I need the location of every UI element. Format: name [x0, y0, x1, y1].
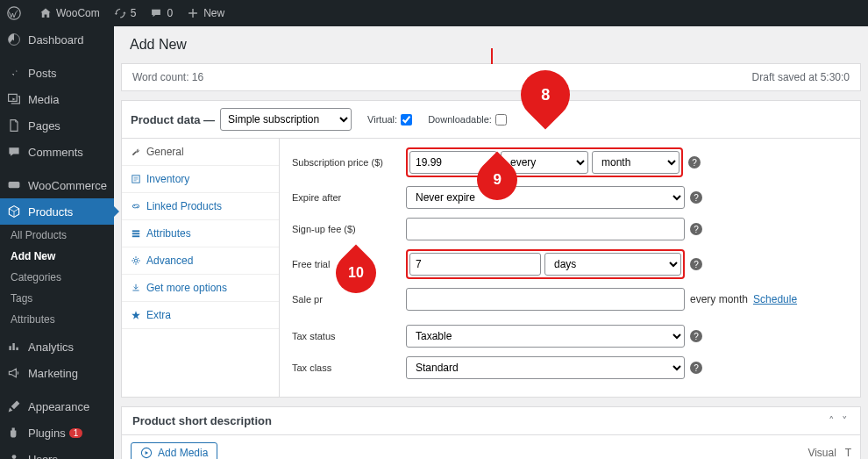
- analytics-icon: [7, 340, 21, 354]
- signup-fee-input[interactable]: [406, 218, 685, 240]
- tax-status-select[interactable]: Taxable: [406, 325, 685, 348]
- submenu-categories[interactable]: Categories: [0, 267, 114, 288]
- autosave-status: Draft saved at 5:30:0: [752, 71, 850, 83]
- downloadable-label: Downloadable:: [428, 114, 492, 125]
- plugins-update-badge: 1: [69, 428, 83, 438]
- wordpress-icon: [7, 6, 21, 20]
- page-icon: [7, 118, 21, 133]
- update-icon: [114, 7, 126, 19]
- tab-advanced[interactable]: Advanced: [122, 247, 279, 275]
- submenu-all-products[interactable]: All Products: [0, 225, 114, 246]
- editor-tab-visual[interactable]: Visual: [808, 447, 836, 459]
- menu-appearance[interactable]: Appearance: [0, 393, 114, 420]
- tab-general[interactable]: General: [122, 139, 279, 166]
- menu-plugins[interactable]: Plugins1: [0, 420, 114, 446]
- site-name: WooCom: [56, 7, 100, 19]
- svg-rect-12: [132, 233, 139, 234]
- expire-after-select[interactable]: Never expire: [406, 186, 685, 209]
- downloadable-checkbox[interactable]: [495, 114, 507, 126]
- add-media-button[interactable]: Add Media: [131, 442, 217, 459]
- panel-toggle[interactable]: ˄ ˅: [829, 414, 850, 427]
- product-type-select[interactable]: Simple subscription: [220, 108, 352, 131]
- pin-icon: [7, 66, 21, 80]
- plus-icon: [187, 7, 199, 19]
- tab-get-more[interactable]: Get more options: [122, 275, 279, 302]
- svg-rect-2: [9, 182, 20, 188]
- new-content-link[interactable]: New: [187, 7, 224, 19]
- product-data-tabs: General Inventory Linked Products Attrib…: [122, 139, 280, 397]
- virtual-checkbox[interactable]: [401, 114, 412, 126]
- help-icon[interactable]: ?: [690, 330, 702, 342]
- virtual-label: Virtual:: [367, 114, 397, 125]
- editor-tab-text[interactable]: T: [845, 447, 851, 459]
- comment-icon: [150, 7, 162, 19]
- menu-users[interactable]: Users: [0, 446, 114, 459]
- plugin-icon: [7, 426, 21, 440]
- products-icon: [7, 204, 21, 219]
- word-count: Word count: 16: [132, 71, 203, 83]
- submenu-tags[interactable]: Tags: [0, 288, 114, 309]
- help-icon[interactable]: ?: [690, 191, 702, 204]
- sale-price-input[interactable]: [406, 288, 685, 311]
- subscription-price-input[interactable]: [409, 151, 497, 174]
- sale-price-label: Sale pr: [292, 294, 406, 305]
- home-icon: [39, 7, 52, 19]
- menu-pages[interactable]: Pages: [0, 112, 114, 139]
- billing-period-select[interactable]: month: [592, 151, 679, 174]
- download-icon: [131, 283, 141, 293]
- subscription-price-label: Subscription price ($): [292, 157, 406, 168]
- users-icon: [7, 452, 21, 459]
- star-icon: [131, 310, 141, 320]
- tax-class-select[interactable]: Standard: [406, 356, 685, 379]
- site-name-link[interactable]: WooCom: [39, 7, 100, 19]
- media-icon: [7, 92, 21, 106]
- submenu-attributes[interactable]: Attributes: [0, 309, 114, 330]
- svg-point-14: [134, 259, 138, 262]
- trial-period-select[interactable]: days: [544, 253, 681, 276]
- schedule-link[interactable]: Schedule: [753, 293, 797, 305]
- admin-sidebar: Dashboard Posts Media Pages Comments Woo…: [0, 26, 114, 459]
- tab-inventory[interactable]: Inventory: [122, 166, 279, 193]
- tab-extra[interactable]: Extra: [122, 302, 279, 329]
- comments-count: 0: [167, 7, 173, 19]
- help-icon[interactable]: ?: [690, 362, 702, 374]
- callout-8-tick: [491, 48, 493, 64]
- product-data-label: Product data —: [131, 113, 215, 126]
- billing-interval-select[interactable]: every: [501, 151, 588, 174]
- signup-fee-label: Sign-up fee ($): [292, 224, 406, 234]
- menu-posts[interactable]: Posts: [0, 60, 114, 86]
- highlight-free-trial: days: [406, 249, 685, 279]
- trial-length-input[interactable]: [409, 253, 541, 276]
- gear-icon: [131, 255, 141, 266]
- product-data-header: Product data — Simple subscription Virtu…: [122, 101, 860, 139]
- help-icon[interactable]: ?: [688, 156, 701, 169]
- comments-icon: [7, 145, 21, 159]
- svg-point-3: [12, 455, 17, 459]
- menu-dashboard[interactable]: Dashboard: [0, 26, 114, 53]
- tab-linked[interactable]: Linked Products: [122, 193, 279, 220]
- menu-media[interactable]: Media: [0, 86, 114, 112]
- wrench-icon: [131, 147, 141, 157]
- updates-count: 5: [131, 7, 137, 19]
- submenu-add-new[interactable]: Add New: [0, 246, 114, 267]
- product-data-panel: 8 Product data — Simple subscription Vir…: [121, 100, 861, 398]
- dashboard-icon: [7, 32, 21, 47]
- help-icon[interactable]: ?: [690, 258, 702, 270]
- comments-link[interactable]: 0: [150, 7, 173, 19]
- attributes-icon: [131, 228, 141, 239]
- editor-status-bar: Word count: 16 Draft saved at 5:30:0: [121, 63, 861, 91]
- inventory-icon: [131, 174, 141, 184]
- new-label: New: [203, 7, 224, 19]
- menu-woocommerce[interactable]: WooCommerce: [0, 172, 114, 198]
- wp-logo[interactable]: [7, 6, 25, 20]
- menu-products[interactable]: Products: [0, 198, 114, 225]
- highlight-subscription-price: every month: [406, 147, 683, 177]
- menu-marketing[interactable]: Marketing: [0, 360, 114, 386]
- menu-comments[interactable]: Comments: [0, 139, 114, 165]
- megaphone-icon: [7, 366, 21, 380]
- updates-link[interactable]: 5: [114, 7, 137, 19]
- link-icon: [131, 201, 141, 212]
- help-icon[interactable]: ?: [690, 223, 702, 235]
- menu-analytics[interactable]: Analytics: [0, 333, 114, 360]
- tab-attributes[interactable]: Attributes: [122, 220, 279, 247]
